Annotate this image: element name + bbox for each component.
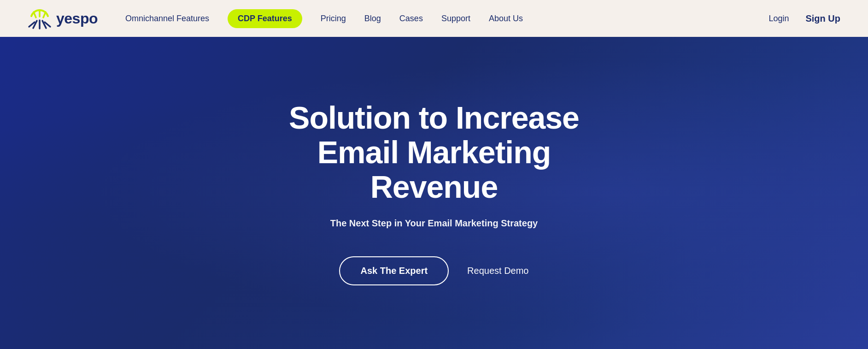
logo-link[interactable]: yespo: [28, 6, 98, 30]
svg-line-5: [34, 12, 36, 18]
nav-omnichannel[interactable]: Omnichannel Features: [125, 14, 209, 24]
nav-links: Omnichannel Features CDP Features Pricin…: [125, 9, 768, 28]
nav-about[interactable]: About Us: [489, 14, 523, 24]
request-demo-button[interactable]: Request Demo: [467, 266, 528, 276]
nav-pricing[interactable]: Pricing: [321, 14, 346, 24]
login-link[interactable]: Login: [768, 14, 789, 24]
hero-title: Solution to Increase Email Marketing Rev…: [250, 101, 618, 204]
hero-content: Solution to Increase Email Marketing Rev…: [250, 101, 618, 285]
nav-cases[interactable]: Cases: [399, 14, 423, 24]
ask-expert-button[interactable]: Ask The Expert: [339, 256, 449, 285]
hero-section: Solution to Increase Email Marketing Rev…: [0, 37, 868, 349]
nav-blog[interactable]: Blog: [364, 14, 381, 24]
nav-cdp[interactable]: CDP Features: [228, 9, 302, 28]
hero-buttons: Ask The Expert Request Demo: [250, 256, 618, 285]
hero-subtitle: The Next Step in Your Email Marketing St…: [250, 218, 618, 229]
logo-icon: [28, 6, 52, 30]
svg-line-6: [43, 12, 46, 18]
logo-text: yespo: [56, 10, 98, 27]
navbar: yespo Omnichannel Features CDP Features …: [0, 0, 868, 37]
nav-support[interactable]: Support: [441, 14, 470, 24]
nav-right: Login Sign Up: [768, 13, 840, 24]
signup-link[interactable]: Sign Up: [805, 13, 840, 24]
